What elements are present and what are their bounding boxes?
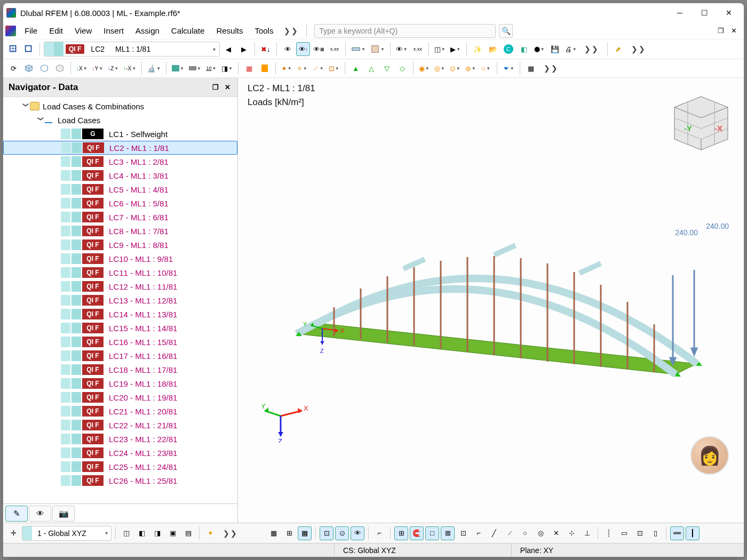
osnap-f-icon[interactable]: ◎ [534, 526, 547, 540]
osnap-b-icon[interactable]: ⌐ [472, 526, 486, 540]
hinge4-icon[interactable]: ⊚▼ [464, 61, 478, 75]
hinge3-icon[interactable]: ⊙▼ [448, 61, 462, 75]
loadcase-item[interactable]: QI FLC6 - ML1 : 5/81 [3, 196, 237, 210]
loadcase-item[interactable]: QI FLC10 - ML1 : 9/81 [3, 252, 237, 266]
ortho-icon[interactable]: ⌐ [372, 526, 386, 540]
view-end1-icon[interactable]: ➖ [670, 526, 684, 540]
navigator-undock-icon[interactable]: ❐ [211, 83, 220, 92]
show-distrib-icon[interactable]: 👁▦ [312, 42, 326, 56]
guide3-icon[interactable]: ⊡ [633, 526, 647, 540]
osnap-mid-icon[interactable]: ⊠ [441, 526, 455, 540]
loadcase-item[interactable]: QI FLC8 - ML1 : 7/81 [3, 224, 237, 238]
osnap-i-icon[interactable]: ⊥ [580, 526, 594, 540]
menu-assign[interactable]: Assign [130, 24, 165, 37]
hinge2-icon[interactable]: ◎▼ [433, 61, 447, 75]
box3d-1-icon[interactable] [22, 61, 36, 75]
bottom-more-icon[interactable]: ❯❯ [219, 529, 242, 538]
refresh-icon[interactable]: ⟳ [6, 61, 20, 75]
loadcase-item[interactable]: QI FLC12 - ML1 : 11/81 [3, 279, 237, 293]
navigator-tree[interactable]: ❯ Load Cases & Combinations ❯ Load Cases… [3, 97, 237, 503]
animate-icon[interactable]: ▶▼ [449, 42, 463, 56]
result-xxx-icon[interactable]: x.xx [411, 42, 425, 56]
toolbar2-more-icon[interactable]: ❯❯ [539, 64, 563, 73]
osnap-g-icon[interactable]: ✕ [549, 526, 563, 540]
tree-subgroup-loadcases[interactable]: ❯ Load Cases [3, 113, 237, 127]
loadcase-item[interactable]: QI FLC11 - ML1 : 10/81 [3, 266, 237, 279]
lc-icon-2[interactable] [22, 42, 36, 56]
osnap-e-icon[interactable]: ○ [518, 526, 532, 540]
osnap-h-icon[interactable]: ⊹ [565, 526, 578, 540]
loadcase-item[interactable]: QI FLC7 - ML1 : 6/81 [3, 210, 237, 224]
print-icon[interactable]: 🖨▼ [563, 42, 578, 56]
zoom-icon[interactable]: 🔬▼ [146, 61, 162, 75]
menu-file[interactable]: File [19, 24, 43, 37]
toolbar1-more2-icon[interactable]: ❯❯ [627, 45, 650, 53]
app-menu-icon[interactable] [5, 26, 16, 36]
render2-icon[interactable]: ▼ [187, 61, 203, 75]
snap-obj1-icon[interactable]: ⊡ [320, 526, 333, 540]
menu-view[interactable]: View [69, 24, 97, 37]
loadcase-item[interactable]: QI FLC19 - ML1 : 18/81 [3, 377, 237, 390]
select-icon[interactable]: ⬈ [611, 42, 625, 56]
grid-icon[interactable]: ▦ [524, 61, 538, 75]
workplane-selector[interactable]: 1 - Global XYZ ▾ [22, 526, 112, 541]
snap-grid1-icon[interactable]: ▦ [267, 526, 281, 540]
new-model-icon[interactable]: ✨ [471, 42, 484, 56]
sup3-icon[interactable]: ▽ [380, 61, 394, 75]
bt-4-icon[interactable]: ▣ [166, 526, 180, 540]
loadcase-item[interactable]: QI FLC4 - ML1 : 3/81 [3, 169, 237, 182]
load3-icon[interactable]: ⟋▼ [311, 61, 325, 75]
navigator-tab-display[interactable]: 👁 [29, 506, 51, 522]
load1-icon[interactable]: ✦▼ [280, 61, 293, 75]
show-xxx-icon[interactable]: x.xx [328, 42, 341, 56]
guide2-icon[interactable]: ▭ [617, 526, 631, 540]
members-icon[interactable]: ▼ [349, 42, 367, 56]
lc-prev-button[interactable]: ◀ [221, 42, 235, 56]
mesh1-icon[interactable]: ▦ [242, 61, 256, 75]
doc-restore-icon[interactable]: ❐ [716, 26, 726, 36]
snap-obj2-icon[interactable]: ⊙ [335, 526, 349, 540]
lc-next-button[interactable]: ▶ [237, 42, 251, 56]
deform-icon[interactable]: ◫▼ [433, 42, 447, 56]
filter-icon[interactable]: ⏷▼ [501, 61, 516, 75]
delete-load-icon[interactable]: ✖↓ [259, 42, 273, 56]
snap-grid2-icon[interactable]: ⊞ [282, 526, 296, 540]
loadcase-item[interactable]: QI FLC17 - ML1 : 16/81 [3, 349, 237, 363]
loadcase-selector[interactable]: QI F LC2 ML1 : 1/81 ▾ [44, 42, 220, 57]
box3d-3-icon[interactable] [53, 61, 67, 75]
loadcase-item[interactable]: QI FLC15 - ML1 : 14/81 [3, 321, 237, 335]
save-icon[interactable]: 💾 [548, 42, 562, 56]
menu-more-icon[interactable]: ❯❯ [280, 27, 303, 35]
osnap-magnet-icon[interactable]: 🧲 [410, 526, 424, 540]
box3d-2-icon[interactable] [37, 61, 51, 75]
tree-group-loadcases[interactable]: ❯ Load Cases & Combinations [3, 99, 237, 113]
snap-obj3-icon[interactable]: 👁 [351, 526, 364, 540]
hinge5-icon[interactable]: ○▼ [479, 61, 493, 75]
show-values-icon[interactable]: 👁↓ [296, 42, 310, 56]
block-icon[interactable]: ◧ [517, 42, 531, 56]
loadcase-item[interactable]: QI FLC25 - ML1 : 24/81 [3, 460, 237, 474]
addons-icon[interactable]: ⬢▼ [533, 42, 546, 56]
osnap-a-icon[interactable]: ⊡ [456, 526, 470, 540]
menu-edit[interactable]: Edit [44, 24, 68, 37]
osnap-end-icon[interactable]: □ [425, 526, 439, 540]
axis-neg-x-icon[interactable]: ↑-X▼ [122, 61, 138, 75]
loadcase-item[interactable]: QI FLC18 - ML1 : 17/81 [3, 363, 237, 377]
toolbar1-more-icon[interactable]: ❯❯ [580, 45, 603, 53]
doc-close-icon[interactable]: ✕ [729, 26, 738, 36]
open-icon[interactable]: 📂 [486, 42, 500, 56]
menu-calculate[interactable]: Calculate [166, 24, 210, 37]
guide1-icon[interactable]: ┊ [602, 526, 616, 540]
surfaces-icon[interactable]: ▼ [369, 42, 386, 56]
bt-1-icon[interactable]: ◫ [120, 526, 133, 540]
axis-z-icon[interactable]: ↓Z▼ [106, 61, 120, 75]
mesh2-icon[interactable] [258, 61, 272, 75]
scale-icon[interactable]: 10▼ [204, 61, 218, 75]
show-show-icon[interactable]: 👁 [281, 42, 295, 56]
bt-2-icon[interactable]: ◧ [135, 526, 149, 540]
workplane-icon[interactable]: ✛ [6, 526, 20, 540]
loadcase-item[interactable]: QI FLC24 - ML1 : 23/81 [3, 446, 237, 460]
loadcase-item[interactable]: QI FLC20 - ML1 : 19/81 [3, 390, 237, 404]
loadcase-item[interactable]: QI FLC21 - ML1 : 20/81 [3, 404, 237, 418]
snap-grid3-icon[interactable]: ▩ [298, 526, 312, 540]
